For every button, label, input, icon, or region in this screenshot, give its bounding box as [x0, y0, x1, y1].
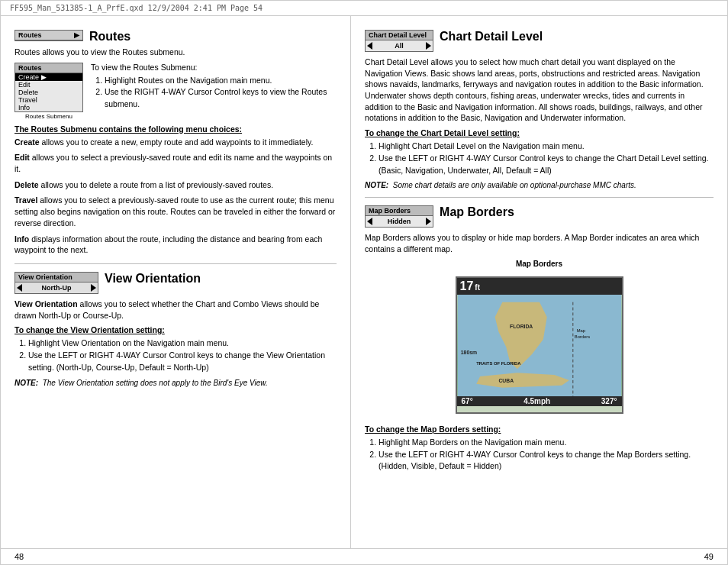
routes-step-2: Use the RIGHT 4-WAY Cursor Control keys …: [105, 86, 337, 111]
chart-detail-section: Chart Detail Level All Chart Detail Leve…: [365, 30, 714, 189]
view-orient-step-1: Highlight View Orientation on the Naviga…: [28, 337, 337, 350]
submenu-caption: Routes Submenu: [14, 113, 83, 120]
view-orient-label: View Orientation: [18, 273, 72, 281]
map-borders-chart: 17 ft: [456, 276, 623, 414]
note-label: NOTE:: [14, 379, 38, 387]
submenu-item-travel: Travel: [15, 96, 82, 104]
chart-caption: Map Borders: [365, 260, 714, 268]
routes-widget: Routes ▶: [14, 30, 83, 41]
chart-detail-desc: Chart Detail Level allows you to select …: [365, 56, 714, 124]
right-page-number: 49: [704, 552, 714, 561]
view-orient-right-arrow[interactable]: [91, 284, 96, 292]
view-orientation-section: View Orientation North-Up View Orientati…: [14, 272, 337, 387]
map-borders-right-arrow[interactable]: [426, 218, 431, 225]
chart-depth: 17: [460, 279, 474, 293]
routes-title-area: Routes: [89, 30, 337, 44]
map-borders-step-1: Highlight Map Borders on the Navigation …: [378, 437, 714, 449]
chart-detail-value: All: [395, 42, 404, 50]
chart-top-bar: 17 ft: [457, 278, 622, 295]
map-borders-left-arrow[interactable]: [367, 218, 372, 225]
page-content: Routes ▶ Routes Routes allows you to vie…: [1, 16, 727, 548]
chart-detail-steps: Highlight Chart Detail Level on the Navi…: [365, 140, 714, 176]
map-borders-title-area: Map Borders: [440, 205, 714, 219]
chart-detail-title-area: Chart Detail Level: [440, 30, 714, 44]
note-text: The View Orientation setting does not ap…: [43, 379, 268, 387]
routes-submenu-widget: Routes Create ▶ Edit Delete Travel Info: [14, 63, 83, 112]
chart-depth-unit: ft: [475, 283, 480, 292]
submenu-intro: To view the Routes Submenu:: [91, 63, 337, 72]
svg-text:Borders: Borders: [574, 334, 589, 339]
chart-temp: 67°: [462, 397, 473, 405]
map-borders-widget-title: Map Borders: [366, 206, 433, 216]
chart-body: FLORIDA CUBA TRAITS OF FLORIDA 180sm: [457, 295, 622, 406]
view-orientation-widget: View Orientation North-Up: [14, 272, 98, 294]
view-orient-steps: Highlight View Orientation on the Naviga…: [14, 337, 337, 373]
view-orient-title-bar: View Orientation: [15, 273, 98, 282]
submenu-item-delete: Delete: [15, 89, 82, 96]
routes-top-widget-area: Routes ▶ Routes Routes allows you to vie…: [14, 30, 337, 256]
map-borders-nav-row: Hidden: [366, 216, 433, 227]
svg-text:TRAITS OF FLORIDA: TRAITS OF FLORIDA: [476, 361, 521, 366]
menu-choice-create: Create allows you to create a new, empty…: [14, 137, 337, 148]
view-orient-left-arrow[interactable]: [17, 284, 22, 292]
map-borders-change-title: To change the Map Borders setting:: [365, 425, 714, 434]
chart-detail-step-1: Highlight Chart Detail Level on the Navi…: [378, 140, 714, 153]
chart-detail-change-title: To change the Chart Detail Level setting…: [365, 128, 714, 137]
routes-step-1: Highlight Routes on the Navigation main …: [105, 75, 337, 87]
chart-detail-nav-row: All: [366, 40, 433, 51]
page-header: FF595_Man_531385-1_A_PrfE.qxd 12/9/2004 …: [1, 1, 727, 16]
chart-detail-note: NOTE: Some chart details are only availa…: [365, 181, 714, 189]
header-text: FF595_Man_531385-1_A_PrfE.qxd 12/9/2004 …: [10, 4, 263, 12]
chart-detail-note-text: Some chart details are only available on…: [393, 181, 636, 189]
menu-choices-title: The Routes Submenu contains the followin…: [14, 124, 337, 134]
chart-heading: 327°: [601, 397, 617, 405]
menu-choice-delete: Delete allows you to delete a route from…: [14, 179, 337, 191]
map-borders-value: Hidden: [388, 218, 411, 225]
routes-submenu-label: Routes: [15, 63, 82, 73]
submenu-widget-label: Routes: [18, 64, 42, 72]
view-orient-step-2: Use the LEFT or RIGHT 4-WAY Cursor Contr…: [28, 350, 337, 374]
view-orient-note: NOTE: The View Orientation setting does …: [14, 379, 337, 387]
map-borders-desc: Map Borders allows you to display or hid…: [365, 232, 714, 254]
section-divider-1: [14, 263, 337, 264]
chart-detail-widget-title: Chart Detail Level: [366, 31, 433, 40]
menu-choice-edit: Edit allows you to select a previously-s…: [14, 152, 337, 174]
section-divider-2: [365, 197, 714, 198]
view-orient-section-title: View Orientation: [105, 272, 201, 285]
view-orient-title-area: View Orientation: [105, 272, 337, 286]
view-orient-desc: View Orientation allows you to select wh…: [14, 299, 337, 321]
right-column: Chart Detail Level All Chart Detail Leve…: [351, 16, 727, 548]
chart-detail-note-label: NOTE:: [365, 181, 388, 189]
chart-detail-left-arrow[interactable]: [367, 42, 372, 50]
routes-section-title: Routes: [89, 30, 130, 43]
menu-choice-travel: Travel allows you to select a previously…: [14, 195, 337, 228]
chart-detail-section-title: Chart Detail Level: [440, 30, 543, 43]
map-borders-step-2: Use the LEFT or RIGHT 4-WAY Cursor Contr…: [378, 449, 714, 473]
routes-widget-title: Routes ▶: [15, 31, 82, 40]
left-page-number: 48: [14, 552, 24, 561]
submenu-item-edit: Edit: [15, 81, 82, 89]
map-borders-widget-label: Map Borders: [369, 207, 411, 215]
chart-detail-widget: Chart Detail Level All: [365, 30, 433, 52]
map-borders-section-title: Map Borders: [440, 205, 514, 218]
page-footer: 48 49: [1, 548, 727, 564]
chart-bottom-bar: 67° 4.5mph 327°: [457, 396, 622, 406]
view-orient-change-title: To change the View Orientation setting:: [14, 325, 337, 334]
svg-text:Map: Map: [576, 328, 585, 332]
svg-text:FLORIDA: FLORIDA: [510, 324, 533, 329]
svg-text:CUBA: CUBA: [498, 378, 514, 383]
left-column: Routes ▶ Routes Routes allows you to vie…: [1, 16, 351, 548]
chart-detail-step-2: Use the LEFT or RIGHT 4-WAY Cursor Contr…: [378, 153, 714, 177]
map-borders-section: Map Borders Hidden Map Borders Map Borde…: [365, 205, 714, 473]
routes-widget-arrow: ▶: [74, 31, 79, 39]
chart-detail-widget-label: Chart Detail Level: [369, 31, 427, 39]
routes-widget-label: Routes: [18, 31, 42, 39]
routes-desc: Routes allows you to view the Routes sub…: [14, 47, 337, 58]
map-borders-steps: Highlight Map Borders on the Navigation …: [365, 437, 714, 473]
svg-text:180sm: 180sm: [460, 350, 476, 355]
view-orient-nav-row: North-Up: [15, 282, 98, 293]
page-container: FF595_Man_531385-1_A_PrfE.qxd 12/9/2004 …: [0, 0, 728, 565]
submenu-item-create: Create ▶: [15, 73, 82, 81]
routes-steps: Highlight Routes on the Navigation main …: [91, 75, 337, 111]
chart-detail-right-arrow[interactable]: [426, 42, 431, 50]
